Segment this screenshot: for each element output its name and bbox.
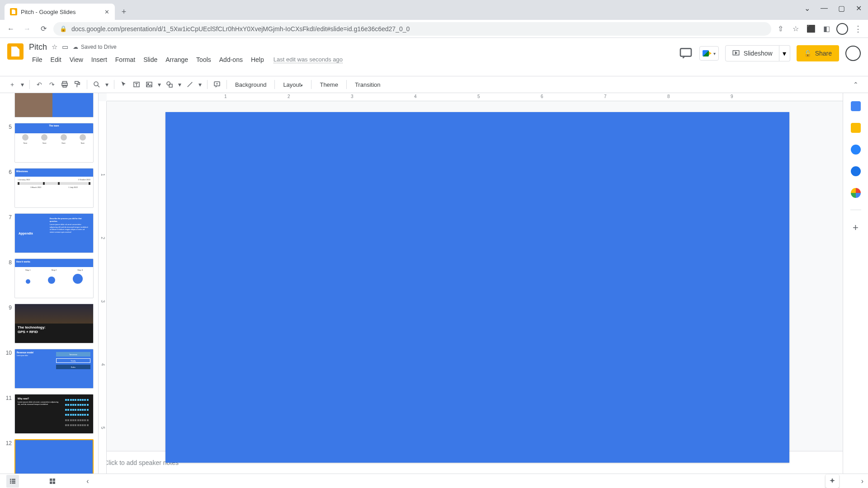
menu-edit[interactable]: Edit: [47, 55, 65, 64]
line-tool[interactable]: [184, 79, 196, 90]
close-tab-icon[interactable]: ✕: [104, 9, 109, 15]
slide-thumb-6[interactable]: 6 Milestones 1 January 20221 October 202…: [0, 165, 98, 211]
svg-rect-19: [50, 479, 52, 481]
vertical-ruler: 1 2 3 4 5: [99, 101, 107, 474]
new-slide-dropdown[interactable]: ▾: [19, 79, 26, 90]
calendar-icon[interactable]: [851, 101, 861, 111]
move-icon[interactable]: ▭: [62, 43, 68, 51]
extension-icon[interactable]: ⬛: [806, 23, 816, 34]
meet-icon: [703, 50, 712, 56]
contacts-icon[interactable]: [851, 166, 861, 176]
url-input[interactable]: 🔒 docs.google.com/presentation/d/1_5Xw1i…: [53, 22, 771, 36]
menu-addons[interactable]: Add-ons: [216, 55, 246, 64]
slide-thumb-8[interactable]: 8 How it works Step 1Step 2Step 3: [0, 256, 98, 301]
browser-profile-icon[interactable]: [836, 23, 848, 35]
chevron-down-icon[interactable]: ⌄: [799, 2, 815, 14]
account-avatar[interactable]: [845, 46, 861, 61]
document-title[interactable]: Pitch: [29, 42, 47, 52]
comment-button[interactable]: [211, 79, 223, 90]
filmstrip-view-icon[interactable]: [6, 475, 19, 488]
background-button[interactable]: Background: [231, 81, 271, 88]
new-tab-button[interactable]: +: [118, 5, 130, 18]
zoom-button[interactable]: [91, 79, 103, 90]
share-page-icon[interactable]: ⇧: [775, 23, 786, 34]
sidepanel-icon[interactable]: ◧: [821, 23, 832, 34]
document-header: Pitch ☆ ▭ ☁ Saved to Drive File Edit Vie…: [0, 38, 868, 76]
close-window-icon[interactable]: ✕: [851, 2, 866, 14]
image-tool[interactable]: [143, 79, 155, 90]
comment-history-icon[interactable]: [679, 46, 693, 61]
add-addon-icon[interactable]: +: [853, 222, 859, 234]
slide-thumb-9[interactable]: 9 The technology:GPS + RFID: [0, 301, 98, 346]
transition-button[interactable]: Transition: [350, 81, 385, 88]
menu-view[interactable]: View: [66, 55, 86, 64]
undo-button[interactable]: ↶: [33, 79, 45, 90]
menu-arrange[interactable]: Arrange: [162, 55, 191, 64]
tasks-icon[interactable]: [851, 145, 861, 155]
svg-rect-21: [50, 481, 52, 483]
slide-filmstrip[interactable]: 4 when the problem is solved (by you)? 5…: [0, 93, 99, 474]
slide-thumb-5[interactable]: 5 The team NameNameNameName: [0, 120, 98, 165]
share-button[interactable]: 🔒 Share: [797, 45, 839, 61]
reload-button[interactable]: ⟳: [37, 23, 50, 35]
slideshow-dropdown[interactable]: ▾: [779, 45, 790, 61]
print-button[interactable]: [59, 79, 71, 90]
slide-thumb-7[interactable]: 7 Appendix Describe the process you did …: [0, 211, 98, 256]
collapse-toolbar-icon[interactable]: ⌃: [850, 79, 862, 90]
cloud-icon: ☁: [73, 44, 78, 50]
slide-canvas[interactable]: [165, 112, 789, 463]
side-collapse-icon[interactable]: ›: [861, 477, 863, 485]
shape-dropdown[interactable]: ▾: [176, 79, 183, 90]
slide-thumb-12[interactable]: 12: [0, 436, 98, 474]
slideshow-button[interactable]: Slideshow: [725, 45, 779, 61]
svg-rect-18: [12, 482, 15, 483]
browser-menu-icon[interactable]: ⋮: [853, 23, 863, 34]
browser-tab[interactable]: Pitch - Google Slides ✕: [5, 4, 115, 20]
maximize-icon[interactable]: ▢: [834, 2, 849, 14]
shape-tool[interactable]: [164, 79, 175, 90]
slide-thumb-11[interactable]: 11 Why now?Lorem ipsum dolor sit amet, c…: [0, 391, 98, 436]
svg-rect-8: [146, 82, 152, 87]
svg-rect-0: [680, 48, 691, 56]
slide-thumb-4[interactable]: 4 when the problem is solved (by you)?: [0, 93, 98, 120]
menu-insert[interactable]: Insert: [88, 55, 110, 64]
grid-view-icon[interactable]: [46, 475, 59, 488]
last-edit-link[interactable]: Last edit was seconds ago: [274, 56, 343, 63]
svg-rect-17: [10, 482, 11, 483]
star-icon[interactable]: ☆: [52, 43, 57, 51]
menu-tools[interactable]: Tools: [193, 55, 214, 64]
menu-format[interactable]: Format: [112, 55, 138, 64]
slide-thumb-10[interactable]: 10 Revenue modelLorem ipsum dolor Tomorr…: [0, 346, 98, 391]
paint-format-button[interactable]: [71, 79, 83, 90]
zoom-dropdown[interactable]: ▾: [104, 79, 110, 90]
textbox-tool[interactable]: [131, 79, 142, 90]
back-button[interactable]: ←: [5, 23, 17, 35]
new-slide-button[interactable]: +: [6, 79, 18, 90]
bookmark-icon[interactable]: ☆: [790, 23, 801, 34]
svg-point-10: [167, 82, 170, 85]
minimize-icon[interactable]: —: [816, 2, 832, 14]
svg-rect-13: [10, 479, 11, 480]
bottom-bar: ‹ ›: [0, 474, 868, 488]
meet-button[interactable]: ▾: [699, 46, 719, 61]
menu-file[interactable]: File: [29, 55, 46, 64]
image-dropdown[interactable]: ▾: [156, 79, 163, 90]
forward-button[interactable]: →: [21, 23, 33, 35]
keep-icon[interactable]: [851, 123, 861, 133]
slides-logo-icon[interactable]: [7, 43, 24, 60]
redo-button[interactable]: ↷: [46, 79, 58, 90]
line-dropdown[interactable]: ▾: [197, 79, 203, 90]
canvas-area: 1 2 3 4 5 6 7 8 9 1 2 3 4 5 Click to add…: [99, 93, 868, 474]
cloud-saved-status[interactable]: ☁ Saved to Drive: [73, 44, 117, 50]
url-text: docs.google.com/presentation/d/1_5Xw1icC…: [71, 25, 410, 33]
side-panel: +: [843, 93, 868, 474]
theme-button[interactable]: Theme: [315, 81, 342, 88]
window-controls: ⌄ — ▢ ✕: [799, 2, 866, 14]
layout-button[interactable]: Layout▾: [278, 81, 307, 88]
collapse-filmstrip-icon[interactable]: ‹: [81, 475, 94, 488]
menu-help[interactable]: Help: [248, 55, 267, 64]
menu-slide[interactable]: Slide: [140, 55, 160, 64]
maps-icon[interactable]: [851, 188, 861, 198]
select-tool[interactable]: [118, 79, 130, 90]
explore-button[interactable]: [826, 474, 839, 488]
